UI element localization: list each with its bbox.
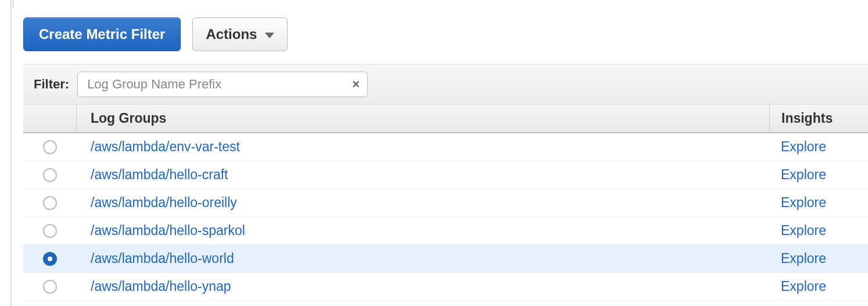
row-insights-cell: Explore <box>769 223 868 239</box>
header-insights[interactable]: Insights <box>769 105 868 132</box>
side-stub <box>12 0 14 7</box>
actions-button[interactable]: Actions <box>192 17 288 51</box>
row-select-cell <box>23 224 77 238</box>
content-panel: Filter: × Log Groups Insights /aws/lambd… <box>23 64 868 301</box>
row-radio[interactable] <box>43 280 57 294</box>
chevron-down-icon <box>265 33 274 38</box>
row-name-cell: /aws/lambda/hello-sparkol <box>77 223 769 239</box>
explore-link[interactable]: Explore <box>781 251 826 266</box>
table-row: /aws/lambda/hello-oreillyExplore <box>23 189 868 217</box>
row-select-cell <box>23 140 77 154</box>
create-metric-filter-button[interactable]: Create Metric Filter <box>23 17 181 51</box>
row-select-cell <box>23 252 77 266</box>
table-body: /aws/lambda/env-var-testExplore/aws/lamb… <box>23 133 868 301</box>
row-insights-cell: Explore <box>769 251 868 266</box>
log-group-link[interactable]: /aws/lambda/env-var-test <box>91 139 240 154</box>
filter-label: Filter: <box>34 77 69 92</box>
row-name-cell: /aws/lambda/hello-craft <box>77 167 769 183</box>
row-radio[interactable] <box>43 140 57 154</box>
row-select-cell <box>23 280 77 294</box>
main-container: Create Metric Filter Actions Filter: × L… <box>23 0 868 301</box>
log-group-link[interactable]: /aws/lambda/hello-craft <box>91 167 228 182</box>
table-row: /aws/lambda/hello-craftExplore <box>23 161 868 189</box>
explore-link[interactable]: Explore <box>781 139 826 154</box>
table-row: /aws/lambda/hello-worldExplore <box>23 245 868 273</box>
actions-label: Actions <box>206 26 257 42</box>
log-group-link[interactable]: /aws/lambda/hello-ynap <box>91 279 231 294</box>
side-border <box>10 0 12 306</box>
row-radio[interactable] <box>43 196 57 210</box>
row-insights-cell: Explore <box>769 139 868 155</box>
row-name-cell: /aws/lambda/hello-ynap <box>77 279 769 294</box>
header-log-groups[interactable]: Log Groups <box>77 105 769 132</box>
row-name-cell: /aws/lambda/hello-world <box>77 251 769 266</box>
row-insights-cell: Explore <box>769 195 868 211</box>
explore-link[interactable]: Explore <box>781 223 826 238</box>
row-name-cell: /aws/lambda/env-var-test <box>77 139 769 155</box>
row-radio[interactable] <box>43 168 57 182</box>
row-select-cell <box>23 196 77 210</box>
toolbar: Create Metric Filter Actions <box>23 17 868 51</box>
table-row: /aws/lambda/hello-sparkolExplore <box>23 217 868 245</box>
log-group-link[interactable]: /aws/lambda/hello-oreilly <box>91 195 237 210</box>
table-row: /aws/lambda/hello-ynapExplore <box>23 273 868 301</box>
table-header: Log Groups Insights <box>23 105 868 133</box>
row-insights-cell: Explore <box>769 279 868 294</box>
row-insights-cell: Explore <box>769 167 868 183</box>
row-radio[interactable] <box>43 224 57 238</box>
log-group-link[interactable]: /aws/lambda/hello-world <box>91 251 234 266</box>
explore-link[interactable]: Explore <box>781 279 826 294</box>
explore-link[interactable]: Explore <box>781 167 826 182</box>
filter-input[interactable] <box>77 72 368 97</box>
log-group-link[interactable]: /aws/lambda/hello-sparkol <box>91 223 245 238</box>
filter-input-wrap: × <box>77 72 368 97</box>
table-row: /aws/lambda/env-var-testExplore <box>23 133 868 161</box>
clear-filter-icon[interactable]: × <box>352 77 360 92</box>
row-name-cell: /aws/lambda/hello-oreilly <box>77 195 769 211</box>
row-radio[interactable] <box>43 252 57 266</box>
row-select-cell <box>23 168 77 182</box>
header-select-col <box>23 105 77 132</box>
filter-bar: Filter: × <box>23 65 868 105</box>
explore-link[interactable]: Explore <box>781 195 826 210</box>
